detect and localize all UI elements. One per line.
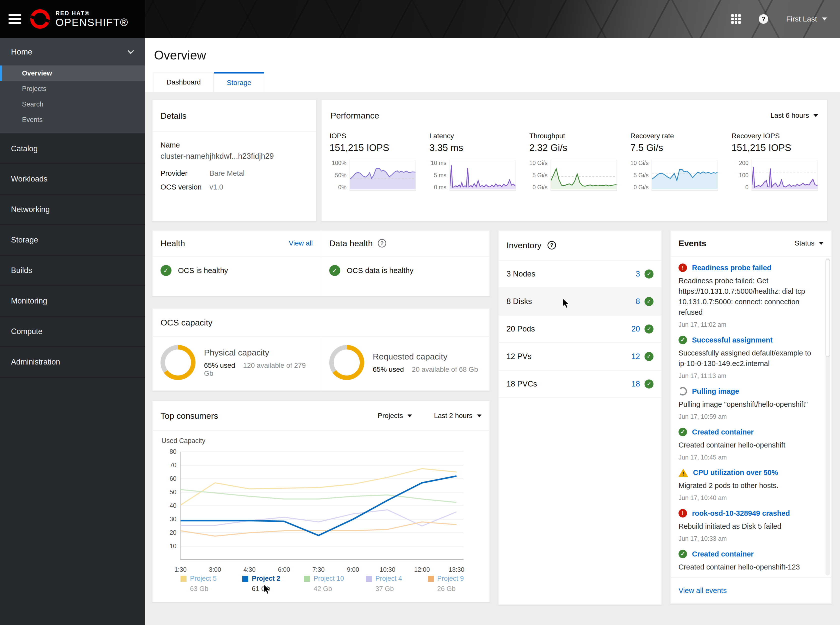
main-area: Overview Dashboard Storage Details Name … [145, 38, 840, 625]
svg-text:1:30: 1:30 [174, 566, 187, 573]
legend-item-project-4[interactable]: Project 4 37 Gb [366, 575, 428, 593]
inventory-row-count: 8 [636, 297, 640, 306]
sidebar-item-catalog[interactable]: Catalog [0, 134, 145, 164]
sidebar-item-compute[interactable]: Compute [0, 317, 145, 347]
details-name-label: Name [160, 141, 308, 149]
svg-text:50: 50 [170, 488, 176, 496]
success-check-icon: ✓ [160, 265, 171, 276]
legend-swatch [366, 576, 372, 582]
type-filter-value: Projects [378, 412, 403, 420]
legend-value: 63 Gb [190, 585, 242, 593]
event-title-link[interactable]: Readiness probe failed [692, 264, 772, 272]
event-title-link[interactable]: rook-osd-10-328949 crashed [692, 509, 790, 518]
sidebar-item-overview[interactable]: Overview [0, 65, 145, 81]
physical-capacity-label: Physical capacity [204, 348, 313, 358]
success-check-icon: ✓ [644, 269, 653, 278]
event-body: Pulling image "openshift/hello-openshift… [678, 399, 818, 409]
error-icon: ! [678, 263, 687, 272]
inventory-row-18-pvcs[interactable]: 18 PVCs 18 ✓ [498, 370, 661, 398]
sidebar-item-monitoring[interactable]: Monitoring [0, 286, 145, 317]
user-menu-caret-icon [822, 17, 827, 20]
event-timestamp: Jun 17, 10:40 am [678, 494, 818, 502]
metric-recovery-rate: Recovery rate 7.5 Gi/s 10 Gi/s5 Gi/s0 Gi… [630, 132, 718, 191]
sidebar-item-storage[interactable]: Storage [0, 225, 145, 255]
inventory-help-icon[interactable]: ? [548, 241, 556, 249]
inventory-row-12-pvs[interactable]: 12 PVs 12 ✓ [498, 343, 661, 370]
success-check-icon: ✓ [678, 428, 687, 436]
top-consumers-card: Top consumers Projects Last 2 hours Used… [152, 401, 490, 603]
data-health-help-icon[interactable]: ? [378, 239, 386, 247]
svg-text:10: 10 [170, 543, 176, 549]
view-all-events-link[interactable]: View all events [678, 586, 727, 595]
sidebar-item-events[interactable]: Events [0, 112, 145, 127]
sidebar-item-home[interactable]: Home [0, 38, 145, 65]
health-title: Health [160, 238, 185, 248]
event-title-link[interactable]: CPU utilization over 50% [693, 468, 778, 477]
nav-toggle-hamburger-icon[interactable] [8, 14, 21, 24]
metric-value: 2.32 Gi/s [529, 143, 617, 153]
svg-text:80: 80 [170, 448, 176, 455]
event-title-link[interactable]: Pulling image [692, 387, 739, 395]
tabs: Dashboard Storage [154, 72, 264, 92]
help-icon[interactable]: ? [759, 14, 768, 24]
chart-ylabel: Used Capacity [162, 437, 490, 445]
sparkline-yticks: 10 Gi/s5 Gi/s0 Gi/s [630, 160, 649, 191]
svg-text:6:00: 6:00 [278, 566, 290, 573]
sparkline-recovery-iops [751, 160, 818, 191]
redhat-hat-icon [30, 8, 50, 30]
metric-label: Recovery IOPS [731, 132, 818, 140]
success-check-icon: ✓ [329, 265, 340, 276]
details-ocs-label: OCS version [160, 183, 210, 191]
error-icon: ! [678, 509, 687, 518]
physical-capacity-donut [160, 345, 196, 380]
user-menu[interactable]: First Last [786, 15, 827, 23]
sidebar-sections: CatalogWorkloadsNetworkingStorageBuildsM… [0, 134, 145, 378]
svg-text:30: 30 [170, 516, 176, 522]
event-body: Readiness probe failed: Get https://10.1… [678, 275, 818, 317]
inventory-row-count: 12 [632, 352, 640, 361]
performance-card: Performance Last 6 hours IOPS 151,215 IO… [321, 100, 828, 221]
events-status-dropdown[interactable]: Status [795, 239, 823, 247]
legend-swatch [428, 576, 434, 582]
inventory-row-20-pods[interactable]: 20 Pods 20 ✓ [498, 316, 661, 343]
sidebar-item-projects[interactable]: Projects [0, 81, 145, 96]
inventory-title: Inventory [507, 241, 541, 250]
inventory-row-8-disks[interactable]: 8 Disks 8 ✓ [498, 288, 661, 316]
sidebar-item-builds[interactable]: Builds [0, 255, 145, 286]
inventory-row-3-nodes[interactable]: 3 Nodes 3 ✓ [498, 261, 661, 288]
performance-range-dropdown[interactable]: Last 6 hours [770, 112, 818, 120]
inventory-row-label: 20 Pods [507, 325, 535, 334]
legend-item-project-5[interactable]: Project 5 63 Gb [180, 575, 242, 593]
legend-item-project-10[interactable]: Project 10 42 Gb [304, 575, 366, 593]
svg-text:10:30: 10:30 [380, 566, 395, 573]
inventory-card: Inventory ? 3 Nodes 3 ✓ 8 Disks 8 ✓ 20 P… [498, 230, 662, 605]
top-consumers-type-dropdown[interactable]: Projects [378, 412, 412, 420]
health-card: Health View all ✓OCS is healthy Data hea… [152, 230, 490, 297]
svg-text:40: 40 [170, 502, 176, 509]
tab-dashboard[interactable]: Dashboard [154, 72, 214, 92]
event-title-link[interactable]: Created container [692, 428, 754, 436]
event-timestamp: Jun 17, 11:13 am [678, 372, 818, 379]
inventory-row-label: 12 PVs [507, 352, 532, 361]
top-consumers-range-dropdown[interactable]: Last 2 hours [434, 412, 482, 420]
event-title-link[interactable]: Successful assignment [692, 336, 773, 344]
sidebar-item-administration[interactable]: Administration [0, 347, 145, 378]
sidebar-item-workloads[interactable]: Workloads [0, 164, 145, 194]
performance-title: Performance [330, 111, 379, 121]
legend-item-project-2[interactable]: Project 2 61 Gb [242, 575, 304, 593]
events-scrollbar-thumb[interactable] [826, 259, 830, 357]
tab-storage[interactable]: Storage [214, 72, 264, 92]
health-status-text: OCS is healthy [178, 266, 228, 275]
dropdown-caret-icon [814, 114, 818, 117]
svg-text:70: 70 [170, 462, 176, 468]
sidebar-item-search[interactable]: Search [0, 96, 145, 112]
event-title-link[interactable]: Created container [692, 550, 754, 558]
app-launcher-icon[interactable] [731, 14, 741, 24]
chart-legend: Project 5 63 Gb Project 2 61 Gb Project … [180, 575, 490, 593]
sidebar-item-networking[interactable]: Networking [0, 194, 145, 225]
top-consumers-title: Top consumers [160, 411, 218, 421]
health-view-all-link[interactable]: View all [289, 239, 313, 247]
legend-item-project-9[interactable]: Project 9 26 Gb [428, 575, 490, 593]
event-timestamp: Jun 17, 10:59 am [678, 413, 818, 420]
svg-text:12:00: 12:00 [414, 566, 430, 573]
